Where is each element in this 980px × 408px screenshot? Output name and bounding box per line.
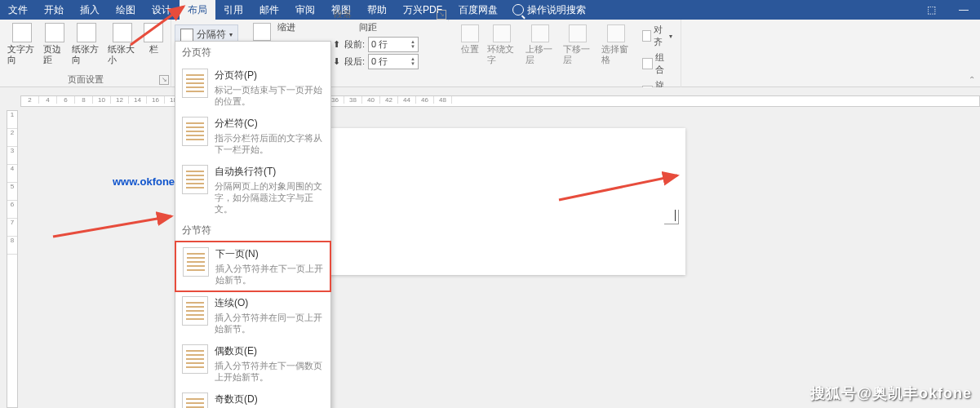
menu-item-page-break[interactable]: 分页符(P)标记一页结束与下一页开始的位置。 (175, 64, 330, 112)
search-placeholder: 操作说明搜索 (527, 3, 586, 17)
selection-pane-button[interactable]: 选择窗格 (598, 23, 635, 67)
document-workspace: 2468101214161820222426283032343638404244… (0, 87, 980, 408)
selection-pane-icon (607, 24, 625, 42)
svg-line-1 (53, 216, 171, 237)
dropdown-section-page-breaks: 分页符 (175, 42, 330, 64)
collapse-ribbon-icon[interactable]: ⌃ (969, 75, 975, 84)
annotation-arrow-right (555, 163, 685, 207)
text-cursor (675, 210, 676, 221)
svg-line-0 (131, 7, 184, 45)
menu-item-next-page[interactable]: 下一页(N)插入分节符并在下一页上开始新节。 (175, 241, 331, 292)
menu-item-continuous[interactable]: 连续(O)插入分节符并在同一页上开始新节。 (175, 291, 330, 339)
menu-item-text-wrapping-break[interactable]: 自动换行符(T)分隔网页上的对象周围的文字，如分隔题注文字与正文。 (175, 160, 330, 220)
orientation-button[interactable]: 纸张方向 (69, 21, 104, 67)
margin-corner-mark (664, 210, 679, 224)
tab-file[interactable]: 文件 (0, 0, 36, 20)
footer-watermark: 搜狐号@奥凯丰okfone (810, 384, 972, 403)
send-backward-button[interactable]: 下移一层 (560, 23, 596, 67)
spacing-before-field[interactable]: 0 行▲▼ (368, 37, 419, 52)
menu-item-odd-page[interactable]: 奇数页(D)插入分节符并在下一奇数页上开始新节。 (175, 388, 330, 408)
spacing-before-icon: ⬆ (333, 39, 341, 50)
ribbon-options-icon[interactable]: ⬚ (915, 4, 947, 16)
vertical-ruler[interactable]: 12345678 (7, 110, 18, 408)
bring-forward-icon (531, 24, 549, 42)
odd-page-icon (182, 392, 208, 408)
dropdown-section-section-breaks: 分节符 (175, 220, 330, 242)
horizontal-ruler[interactable]: 2468101214161820222426283032343638404244… (20, 95, 980, 107)
spacing-after-label: 段后: (344, 55, 365, 68)
column-break-icon (182, 117, 208, 146)
wrap-text-button[interactable]: 环绕文字 (484, 23, 521, 67)
tab-insert[interactable]: 插入 (72, 0, 108, 20)
group-icon (642, 58, 653, 69)
align-icon (642, 30, 651, 42)
spacing-after-field[interactable]: 0 行▲▼ (368, 54, 419, 69)
orientation-icon (77, 23, 96, 42)
text-wrapping-break-icon (182, 165, 208, 194)
hyphenation-icon[interactable] (253, 23, 271, 41)
next-page-icon (183, 247, 209, 277)
tab-baidupan[interactable]: 百度网盘 (450, 0, 506, 20)
spacing-after-icon: ⬇ (333, 56, 341, 67)
position-button[interactable]: 位置 (458, 23, 482, 56)
send-backward-icon (569, 24, 587, 42)
annotation-arrow-top (122, 0, 196, 52)
even-page-icon (182, 344, 208, 374)
svg-line-2 (559, 175, 677, 200)
paragraph-launcher[interactable]: ↘ (437, 10, 446, 20)
continuous-icon (182, 296, 208, 326)
menu-item-column-break[interactable]: 分栏符(C)指示分栏符后面的文字将从下一栏开始。 (175, 112, 330, 160)
menu-item-even-page[interactable]: 偶数页(E)插入分节符并在下一偶数页上开始新节。 (175, 339, 330, 388)
position-icon (461, 24, 479, 42)
search-icon (512, 4, 524, 16)
align-button[interactable]: 对齐▾ (639, 23, 676, 49)
indent-label: 缩进 (277, 21, 295, 33)
text-direction-button[interactable]: 文字方向 (5, 21, 39, 67)
text-direction-icon (12, 23, 32, 42)
margins-icon (45, 23, 64, 42)
wrap-text-icon (493, 24, 511, 42)
margins-button[interactable]: 页边距 (41, 21, 68, 67)
tab-home[interactable]: 开始 (36, 0, 72, 20)
paragraph-group-label: 段落 (237, 8, 448, 20)
annotation-arrow-middle (49, 200, 180, 244)
page-setup-launcher[interactable]: ↘ (159, 75, 169, 85)
bring-forward-button[interactable]: 上移一层 (522, 23, 559, 67)
minimize-icon[interactable]: — (947, 4, 980, 16)
page-setup-group-label: 页面设置 (0, 73, 171, 86)
group-button[interactable]: 组合 (639, 51, 676, 77)
tell-me-search[interactable]: 操作说明搜索 (512, 3, 586, 17)
chevron-down-icon: ▾ (229, 31, 233, 38)
page-break-icon (182, 69, 208, 98)
spacing-before-label: 段前: (344, 38, 365, 51)
breaks-dropdown-menu: 分页符 分页符(P)标记一页结束与下一页开始的位置。 分栏符(C)指示分栏符后面… (175, 41, 331, 408)
